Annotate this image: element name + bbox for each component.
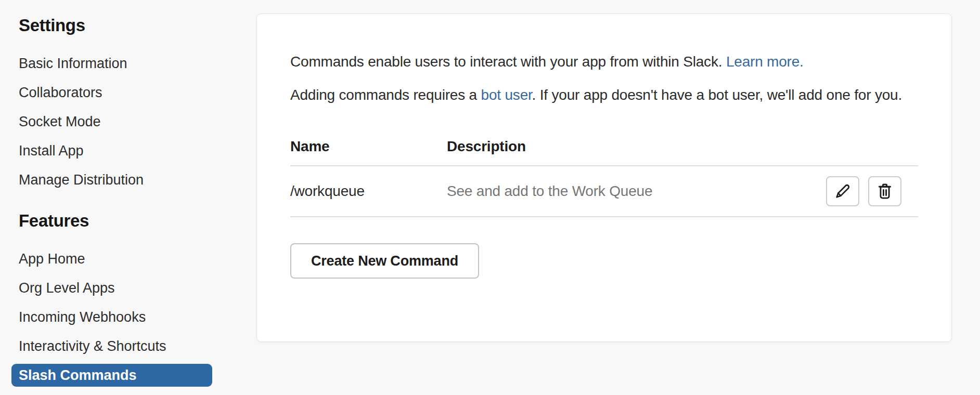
bot-user-link[interactable]: bot user bbox=[481, 87, 532, 103]
edit-command-button[interactable] bbox=[826, 176, 859, 206]
create-new-command-button[interactable]: Create New Command bbox=[290, 243, 479, 279]
sidebar-heading-settings: Settings bbox=[11, 12, 212, 38]
sidebar-item-slash-commands[interactable]: Slash Commands bbox=[11, 364, 212, 387]
trash-icon bbox=[876, 182, 894, 200]
settings-sidebar: Settings Basic Information Collaborators… bbox=[11, 12, 212, 387]
commands-table: Name Description /workqueue See and add … bbox=[290, 138, 918, 217]
command-description: See and add to the Work Queue bbox=[447, 183, 826, 200]
delete-command-button[interactable] bbox=[868, 176, 901, 206]
sidebar-item-interactivity-shortcuts[interactable]: Interactivity & Shortcuts bbox=[11, 332, 212, 361]
sidebar-item-install-app[interactable]: Install App bbox=[11, 136, 212, 165]
command-name: /workqueue bbox=[290, 183, 447, 200]
commands-table-header: Name Description bbox=[290, 138, 918, 166]
sidebar-item-basic-information[interactable]: Basic Information bbox=[11, 49, 212, 78]
intro-paragraph-2: Adding commands requires a bot user. If … bbox=[290, 83, 918, 107]
sidebar-item-incoming-webhooks[interactable]: Incoming Webhooks bbox=[11, 302, 212, 332]
sidebar-item-socket-mode[interactable]: Socket Mode bbox=[11, 107, 212, 136]
intro-text-2b: . If your app doesn't have a bot user, w… bbox=[532, 87, 902, 103]
column-header-description: Description bbox=[447, 138, 918, 155]
sidebar-item-org-level-apps[interactable]: Org Level Apps bbox=[11, 273, 212, 302]
sidebar-heading-features: Features bbox=[11, 208, 212, 234]
row-actions bbox=[826, 176, 901, 206]
sidebar-item-collaborators[interactable]: Collaborators bbox=[11, 78, 212, 107]
sidebar-item-manage-distribution[interactable]: Manage Distribution bbox=[11, 165, 212, 194]
learn-more-link[interactable]: Learn more. bbox=[726, 54, 804, 70]
sidebar-item-app-home[interactable]: App Home bbox=[11, 244, 212, 273]
column-header-name: Name bbox=[290, 138, 447, 155]
pencil-icon bbox=[834, 182, 852, 200]
intro-text-2a: Adding commands requires a bbox=[290, 87, 481, 103]
command-table-row: /workqueue See and add to the Work Queue bbox=[290, 166, 918, 217]
intro-paragraph-1: Commands enable users to interact with y… bbox=[290, 51, 918, 72]
intro-text-1: Commands enable users to interact with y… bbox=[290, 54, 722, 70]
slash-commands-card: Commands enable users to interact with y… bbox=[256, 14, 952, 342]
